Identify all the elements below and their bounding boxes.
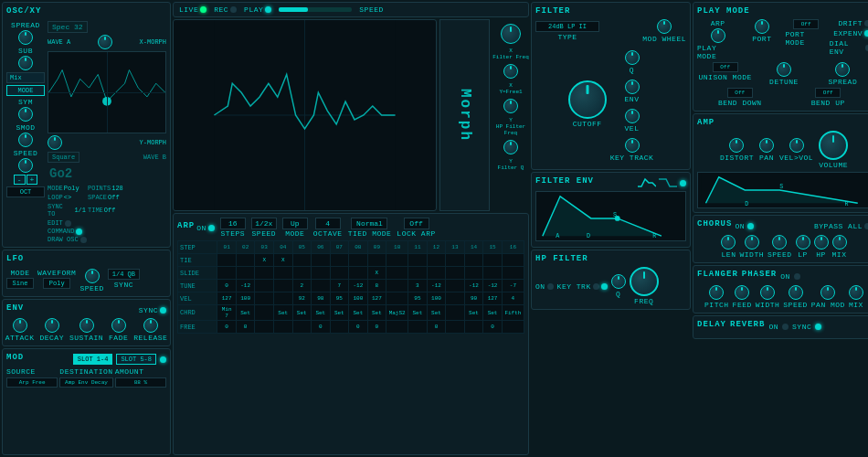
spec-label[interactable]: Spec 32 xyxy=(48,21,88,33)
arp-cell[interactable] xyxy=(408,267,428,280)
arp-cell[interactable]: 90 xyxy=(464,292,483,305)
arp-cell[interactable]: 02 xyxy=(236,241,255,254)
hp-freq-knob[interactable] xyxy=(630,267,659,296)
arp-cell[interactable]: 07 xyxy=(330,241,349,254)
arp-cell[interactable]: 08 xyxy=(349,241,368,254)
arp-on-led[interactable] xyxy=(208,225,215,231)
arp-cell[interactable]: 13 xyxy=(446,241,465,254)
arp-cell[interactable] xyxy=(273,321,292,334)
chorus-speed-knob[interactable] xyxy=(772,235,787,250)
pan-knob[interactable] xyxy=(759,138,774,153)
arp-cell[interactable]: 05 xyxy=(292,241,312,254)
filter-env-knob[interactable] xyxy=(625,80,640,94)
chorus-width-knob[interactable] xyxy=(745,235,759,250)
port-knob[interactable] xyxy=(755,19,769,34)
mod-wheel-knob[interactable] xyxy=(657,19,672,34)
arp-cell[interactable] xyxy=(292,254,312,267)
chorus-lp-knob[interactable] xyxy=(796,235,810,250)
arp-cell[interactable]: 0 xyxy=(217,321,237,334)
volume-knob[interactable] xyxy=(819,131,848,160)
arp-cell[interactable]: 3 xyxy=(408,280,428,292)
arp-cell[interactable] xyxy=(502,254,524,267)
attack-knob[interactable] xyxy=(13,318,27,333)
arp-cell[interactable] xyxy=(273,280,292,292)
arp-cell[interactable]: X xyxy=(255,254,274,267)
arp-cell[interactable]: 100 xyxy=(236,292,255,305)
arp-cell[interactable] xyxy=(386,292,408,305)
sustain-knob[interactable] xyxy=(79,318,94,333)
arp-cell[interactable] xyxy=(367,254,386,267)
edit-led[interactable] xyxy=(65,220,71,227)
arp-cell[interactable] xyxy=(386,267,408,280)
slot5-8-btn[interactable]: SLOT 5-8 xyxy=(116,354,156,365)
arp-cell[interactable]: 7 xyxy=(330,280,349,292)
mode-btn[interactable]: MODE xyxy=(6,85,45,96)
arp-cell[interactable]: -12 xyxy=(483,280,503,292)
arp-cell[interactable]: 09 xyxy=(367,241,386,254)
arp-cell[interactable] xyxy=(330,321,349,334)
arp-cell[interactable]: Set xyxy=(427,305,446,321)
arp-cell[interactable] xyxy=(446,305,465,321)
arp-cell[interactable]: Set xyxy=(236,305,255,321)
arp-cell[interactable] xyxy=(446,267,465,280)
arp-cell[interactable] xyxy=(464,254,483,267)
arp-cell[interactable]: 11 xyxy=(408,241,428,254)
arp-cell[interactable] xyxy=(446,321,465,334)
arp-cell[interactable]: 95 xyxy=(330,292,349,305)
arp-cell[interactable]: X xyxy=(273,254,292,267)
arp-cell[interactable] xyxy=(217,254,237,267)
phaser-pan-mod-knob[interactable] xyxy=(820,285,835,300)
arp-cell[interactable]: Min 7 xyxy=(217,305,237,321)
arp-cell[interactable]: 0 xyxy=(367,321,386,334)
arp-cell[interactable]: Set xyxy=(483,305,503,321)
arp-cell[interactable]: -7 xyxy=(502,280,524,292)
arp-cell[interactable]: X xyxy=(367,267,386,280)
arp-cell[interactable]: 4 xyxy=(502,292,524,305)
reverb-on-led[interactable] xyxy=(782,324,789,330)
arp-cell[interactable]: 10 xyxy=(386,241,408,254)
filter-vel-knob[interactable] xyxy=(625,109,640,123)
arp-cell[interactable] xyxy=(427,254,446,267)
filter-q-y-knob[interactable] xyxy=(503,140,518,154)
arp-cell[interactable] xyxy=(408,254,428,267)
arp-cell[interactable]: 15 xyxy=(483,241,503,254)
arp-cell[interactable] xyxy=(292,321,312,334)
arp-cell[interactable]: 0 xyxy=(312,321,331,334)
arp-cell[interactable] xyxy=(312,254,331,267)
phaser-on-led[interactable] xyxy=(794,273,800,280)
y-morph-knob[interactable] xyxy=(48,135,62,150)
arp-cell[interactable]: 127 xyxy=(217,292,237,305)
bypass-all-led[interactable] xyxy=(864,223,868,229)
lfo-speed-knob[interactable] xyxy=(85,269,100,283)
fade-knob[interactable] xyxy=(111,318,126,333)
arp-cell[interactable]: 0 xyxy=(427,321,446,334)
filter-freq-x-knob[interactable] xyxy=(501,24,521,44)
mod-dest[interactable]: Amp Env Decay xyxy=(59,377,112,388)
filter-env-led[interactable] xyxy=(680,180,686,186)
phaser-feed-knob[interactable] xyxy=(735,285,749,300)
arp-cell[interactable] xyxy=(464,267,483,280)
arp-cell[interactable]: 0 xyxy=(483,321,503,334)
mod-amount[interactable]: 88 % xyxy=(115,377,166,388)
distort-knob[interactable] xyxy=(729,138,744,153)
arp-cell[interactable]: 92 xyxy=(292,292,312,305)
play-led[interactable] xyxy=(265,6,271,13)
arp-cell[interactable]: 03 xyxy=(255,241,274,254)
arp-cell[interactable]: 0 xyxy=(349,321,368,334)
arp-cell[interactable] xyxy=(255,292,274,305)
arp-cell[interactable]: 12 xyxy=(427,241,446,254)
hp-on-led[interactable] xyxy=(547,283,554,290)
command-led[interactable] xyxy=(76,228,82,235)
exp-env-led[interactable] xyxy=(864,30,868,37)
hp-key-trk-led2[interactable] xyxy=(601,283,608,290)
arp-cell[interactable]: Fifth xyxy=(502,305,524,321)
square-label[interactable]: Square xyxy=(48,152,79,163)
arp-cell[interactable]: 14 xyxy=(464,241,483,254)
arp-cell[interactable] xyxy=(386,321,408,334)
arp-cell[interactable]: 98 xyxy=(312,292,331,305)
cutoff-knob[interactable] xyxy=(568,80,607,119)
plus-btn[interactable]: + xyxy=(26,175,38,185)
arp-cell[interactable]: 01 xyxy=(217,241,237,254)
arp-cell[interactable] xyxy=(273,267,292,280)
arp-cell[interactable] xyxy=(483,267,503,280)
